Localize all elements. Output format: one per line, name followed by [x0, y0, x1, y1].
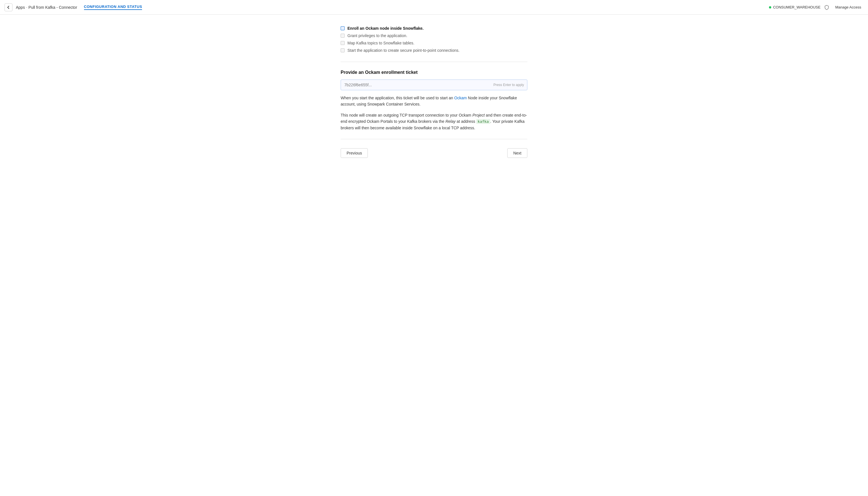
desc-text-2: This node will create an outgoing TCP tr… [341, 112, 527, 131]
nav-tab-config[interactable]: CONFIGURATION AND STATUS [84, 4, 142, 10]
checklist-label-grant: Grant privileges to the application. [347, 33, 407, 38]
divider-top [341, 62, 527, 62]
back-button[interactable] [4, 3, 13, 11]
warehouse-status-dot [769, 6, 771, 9]
nav-separator: - [26, 5, 28, 10]
ticket-input-wrapper: Press Enter to apply [341, 79, 527, 90]
enrollment-section: Provide an Ockam enrollment ticket Press… [341, 70, 527, 131]
enrollment-section-title: Provide an Ockam enrollment ticket [341, 70, 527, 75]
checklist: Enroll an Ockam node inside Snowflake. G… [341, 26, 527, 52]
shield-icon [824, 4, 830, 10]
next-button[interactable]: Next [507, 148, 527, 158]
desc1-before-link: When you start the application, this tic… [341, 96, 454, 100]
header-right: CONSUMER_WAREHOUSE Manage Access [769, 4, 864, 11]
desc2-part1: This node will create an outgoing TCP tr… [341, 113, 472, 118]
previous-button[interactable]: Previous [341, 148, 368, 158]
checklist-label-enroll: Enroll an Ockam node inside Snowflake. [347, 26, 424, 31]
checkbox-start [341, 48, 345, 52]
ockam-link[interactable]: Ockam [454, 96, 467, 100]
desc2-code-kafka: kafka [476, 119, 490, 124]
warehouse-name: CONSUMER_WAREHOUSE [773, 5, 820, 9]
checklist-label-start: Start the application to create secure p… [347, 48, 459, 52]
main-content: Enroll an Ockam node inside Snowflake. G… [335, 15, 533, 175]
enrollment-ticket-input[interactable] [341, 79, 527, 90]
checklist-item-map: Map Kafka topics to Snowflake tables. [341, 41, 527, 45]
checklist-item-start: Start the application to create secure p… [341, 48, 527, 52]
checklist-item-enroll: Enroll an Ockam node inside Snowflake. [341, 26, 527, 31]
manage-access-button[interactable]: Manage Access [833, 4, 864, 11]
desc2-part3: at address [456, 119, 476, 124]
desc2-italic-relay: Relay [445, 119, 456, 124]
checklist-item-grant: Grant privileges to the application. [341, 33, 527, 38]
warehouse-indicator: CONSUMER_WAREHOUSE [769, 5, 820, 9]
divider-bottom [341, 139, 527, 139]
nav-buttons: Previous Next [341, 148, 527, 158]
header: Apps - Pull from Kafka - Connector CONFI… [0, 0, 868, 15]
desc-text-1: When you start the application, this tic… [341, 95, 527, 108]
checkbox-enroll [341, 26, 345, 30]
nav-apps-link[interactable]: Apps [16, 5, 25, 10]
desc2-italic-project: Project [472, 113, 485, 118]
nav-connector-label: Pull from Kafka - Connector [29, 5, 77, 10]
checkbox-map [341, 41, 345, 45]
checklist-label-map: Map Kafka topics to Snowflake tables. [347, 41, 414, 45]
checkbox-grant [341, 34, 345, 37]
